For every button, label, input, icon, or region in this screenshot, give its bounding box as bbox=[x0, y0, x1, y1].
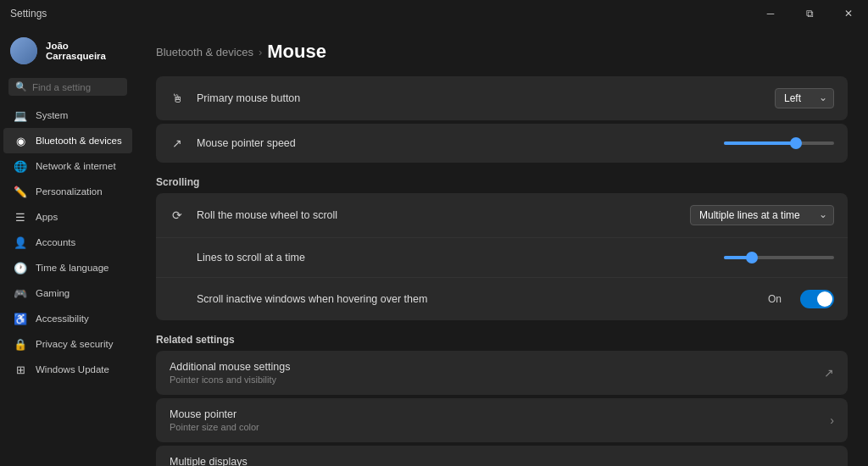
sidebar-item-label: Time & language bbox=[36, 263, 109, 273]
mouse-speed-thumb[interactable] bbox=[790, 137, 802, 149]
lines-scroll-slider[interactable] bbox=[724, 256, 834, 259]
privacy-icon: 🔒 bbox=[14, 337, 27, 351]
roll-scroll-dropdown[interactable]: Multiple lines at a time One screen at a… bbox=[690, 205, 834, 225]
search-box[interactable]: 🔍 bbox=[8, 78, 127, 96]
sidebar: João Carrasqueira 🔍 💻 System ◉ Bluetooth… bbox=[0, 27, 136, 466]
lines-scroll-label: Lines to scroll at a time bbox=[197, 252, 712, 264]
app-title: Settings bbox=[10, 8, 47, 19]
close-button[interactable]: ✕ bbox=[829, 0, 868, 27]
user-name: João Carrasqueira bbox=[46, 41, 125, 61]
sidebar-item-label: Accounts bbox=[36, 237, 75, 247]
sidebar-item-system[interactable]: 💻 System bbox=[3, 103, 132, 128]
related-multiple-displays-text: Multiple displays Change how cursor move… bbox=[170, 456, 820, 466]
scroll-inactive-label: Scroll inactive windows when hovering ov… bbox=[197, 293, 756, 305]
sidebar-item-label: Bluetooth & devices bbox=[36, 136, 122, 146]
roll-scroll-label: Roll the mouse wheel to scroll bbox=[197, 209, 678, 221]
sidebar-item-label: Privacy & security bbox=[36, 339, 113, 349]
mouse-speed-slider[interactable] bbox=[724, 141, 834, 145]
sidebar-item-accessibility[interactable]: ♿ Accessibility bbox=[3, 306, 132, 331]
user-profile[interactable]: João Carrasqueira bbox=[0, 31, 136, 71]
sidebar-item-network[interactable]: 🌐 Network & internet bbox=[3, 153, 132, 179]
related-additional-mouse-sub: Pointer icons and visibility bbox=[170, 374, 814, 385]
scrolling-settings-card: ⟳ Roll the mouse wheel to scroll Multipl… bbox=[156, 193, 848, 320]
bluetooth-icon: ◉ bbox=[14, 134, 27, 147]
personalization-icon: ✏️ bbox=[14, 185, 27, 198]
content-area: Bluetooth & devices › Mouse 🖱 Primary mo… bbox=[136, 27, 868, 466]
scroll-inactive-toggle[interactable] bbox=[800, 290, 834, 308]
lines-scroll-setting: Lines to scroll at a time bbox=[156, 237, 848, 277]
gaming-icon: 🎮 bbox=[14, 286, 27, 300]
chevron-right-icon-2: › bbox=[830, 461, 834, 466]
scroll-inactive-setting: Scroll inactive windows when hovering ov… bbox=[156, 277, 848, 320]
external-link-icon: ↗ bbox=[824, 366, 834, 380]
sidebar-item-label: Windows Update bbox=[36, 364, 109, 374]
related-multiple-displays[interactable]: Multiple displays Change how cursor move… bbox=[156, 446, 848, 466]
roll-scroll-dropdown-wrapper: Multiple lines at a time One screen at a… bbox=[690, 205, 834, 225]
winupdate-icon: ⊞ bbox=[14, 363, 27, 376]
sidebar-item-gaming[interactable]: 🎮 Gaming bbox=[3, 280, 132, 306]
primary-mouse-label: Primary mouse button bbox=[197, 92, 763, 104]
sidebar-item-label: Network & internet bbox=[36, 161, 116, 171]
lines-scroll-thumb[interactable] bbox=[746, 252, 758, 264]
sidebar-item-label: System bbox=[36, 110, 68, 120]
primary-mouse-dropdown-wrapper: Left Right bbox=[775, 88, 834, 108]
minimize-button[interactable]: ─ bbox=[751, 0, 790, 27]
scroll-inactive-icon bbox=[170, 291, 185, 307]
toggle-knob bbox=[817, 291, 832, 307]
breadcrumb: Bluetooth & devices › Mouse bbox=[156, 41, 848, 63]
sidebar-item-label: Apps bbox=[36, 212, 58, 222]
related-mouse-pointer-sub: Pointer size and color bbox=[170, 422, 820, 432]
related-multiple-displays-title: Multiple displays bbox=[170, 456, 820, 466]
related-additional-mouse-text: Additional mouse settings Pointer icons … bbox=[170, 361, 814, 385]
mouse-speed-label: Mouse pointer speed bbox=[197, 137, 712, 149]
sidebar-item-privacy[interactable]: 🔒 Privacy & security bbox=[3, 331, 132, 357]
accessibility-icon: ♿ bbox=[14, 312, 27, 325]
mouse-speed-icon: ↗ bbox=[170, 136, 185, 151]
breadcrumb-parent[interactable]: Bluetooth & devices bbox=[156, 46, 253, 58]
sidebar-item-time[interactable]: 🕐 Time & language bbox=[3, 255, 132, 280]
sidebar-item-accounts[interactable]: 👤 Accounts bbox=[3, 230, 132, 255]
roll-scroll-setting: ⟳ Roll the mouse wheel to scroll Multipl… bbox=[156, 193, 848, 237]
chevron-right-icon: › bbox=[830, 413, 834, 427]
breadcrumb-current: Mouse bbox=[267, 41, 326, 63]
related-additional-mouse-title: Additional mouse settings bbox=[170, 361, 814, 373]
scroll-inactive-state: On bbox=[768, 293, 782, 305]
system-icon: 💻 bbox=[14, 108, 27, 122]
restore-button[interactable]: ⧉ bbox=[790, 0, 829, 27]
scrolling-section-header: Scrolling bbox=[156, 176, 848, 188]
window-controls: ─ ⧉ ✕ bbox=[751, 0, 868, 27]
sidebar-item-label: Accessibility bbox=[36, 313, 89, 324]
sidebar-item-apps[interactable]: ☰ Apps bbox=[3, 204, 132, 230]
sidebar-item-label: Gaming bbox=[36, 288, 70, 298]
sidebar-item-bluetooth[interactable]: ◉ Bluetooth & devices bbox=[3, 128, 132, 153]
mouse-button-icon: 🖱 bbox=[170, 91, 185, 106]
lines-scroll-icon bbox=[170, 250, 185, 265]
accounts-icon: 👤 bbox=[14, 236, 27, 249]
mouse-speed-setting: ↗ Mouse pointer speed bbox=[156, 124, 848, 163]
main-layout: João Carrasqueira 🔍 💻 System ◉ Bluetooth… bbox=[0, 27, 868, 466]
titlebar: Settings ─ ⧉ ✕ bbox=[0, 0, 868, 27]
related-mouse-pointer-text: Mouse pointer Pointer size and color bbox=[170, 408, 820, 432]
mouse-speed-fill bbox=[724, 141, 796, 145]
roll-icon: ⟳ bbox=[170, 208, 185, 223]
sidebar-item-personalization[interactable]: ✏️ Personalization bbox=[3, 179, 132, 204]
search-icon: 🔍 bbox=[15, 81, 27, 92]
search-input[interactable] bbox=[32, 82, 120, 92]
sidebar-item-winupdate[interactable]: ⊞ Windows Update bbox=[3, 357, 132, 382]
apps-icon: ☰ bbox=[14, 210, 27, 224]
sidebar-item-label: Personalization bbox=[36, 186, 103, 197]
related-additional-mouse[interactable]: Additional mouse settings Pointer icons … bbox=[156, 351, 848, 395]
primary-mouse-setting: 🖱 Primary mouse button Left Right bbox=[156, 76, 848, 120]
time-icon: 🕐 bbox=[14, 261, 27, 275]
primary-mouse-dropdown[interactable]: Left Right bbox=[775, 88, 834, 108]
breadcrumb-separator: › bbox=[259, 46, 262, 58]
network-icon: 🌐 bbox=[14, 159, 27, 173]
related-settings-header: Related settings bbox=[156, 334, 848, 346]
avatar bbox=[10, 37, 37, 64]
related-mouse-pointer-title: Mouse pointer bbox=[170, 408, 820, 420]
related-mouse-pointer[interactable]: Mouse pointer Pointer size and color › bbox=[156, 398, 848, 442]
